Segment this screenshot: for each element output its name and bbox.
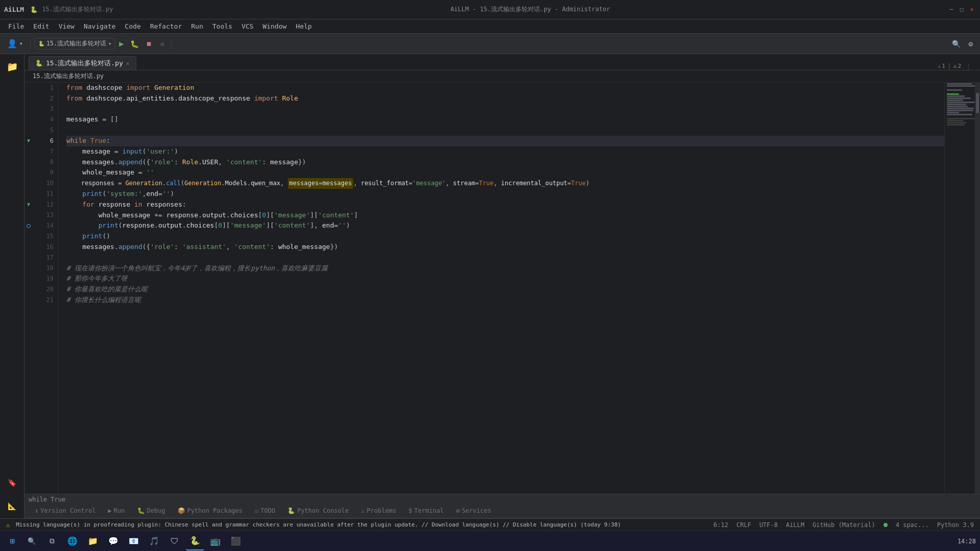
status-charset[interactable]: UTF-8: [757, 521, 780, 529]
tab-python-console[interactable]: 🐍 Python Console: [281, 505, 355, 517]
reload-button[interactable]: ↺: [157, 39, 167, 49]
run-config-selector[interactable]: 🐍 15.流式输出多轮对话 ▾: [35, 38, 115, 49]
menu-run[interactable]: Run: [187, 21, 207, 31]
line-num-11: 11: [37, 189, 54, 199]
language-text: Python 3.9: [937, 521, 974, 529]
gutter-9: [24, 167, 33, 178]
code-line-10: responses = Generation.call(Generation.M…: [66, 178, 944, 189]
status-line-ending[interactable]: CRLF: [734, 521, 753, 529]
line-ending-text: CRLF: [737, 521, 751, 529]
more-options-button[interactable]: ⋮: [965, 62, 972, 70]
status-vcs[interactable]: GitHub (Material): [811, 521, 877, 529]
title-bar: AiLLM 🐍 15.流式输出多轮对话.py AiLLM - 15.流式输出多轮…: [0, 0, 980, 19]
line-num-1: 1: [37, 83, 54, 93]
menu-tools[interactable]: Tools: [208, 21, 236, 31]
status-language[interactable]: Python 3.9: [935, 521, 976, 529]
status-warning-indicator[interactable]: ⚠: [4, 521, 12, 529]
debug-button[interactable]: 🐛: [128, 40, 141, 48]
close-button[interactable]: ✕: [968, 6, 976, 14]
menu-code[interactable]: Code: [121, 21, 145, 31]
sidebar-structure-icon[interactable]: 📐: [2, 496, 22, 516]
vertical-scrollbar[interactable]: [975, 83, 980, 494]
tab-close-button[interactable]: ✕: [126, 60, 130, 67]
tab-todo-label: TODO: [260, 507, 275, 514]
line-num-21: 21: [37, 295, 54, 306]
code-content[interactable]: from dashscope import Generation from da…: [58, 83, 944, 494]
taskbar-music[interactable]: 🎵: [145, 532, 163, 550]
status-bar: ⚠ Missing language(s) in proofreading pl…: [0, 518, 980, 531]
tab-python-packages-label: Python Packages: [187, 507, 242, 514]
gutter-5: [24, 125, 33, 136]
services-icon: ⚙: [456, 507, 459, 514]
taskbar-security[interactable]: 🛡: [165, 532, 184, 550]
tab-python-console-label: Python Console: [297, 507, 349, 514]
menu-file[interactable]: File: [4, 21, 28, 31]
scroll-thumb[interactable]: [976, 93, 979, 113]
tab-terminal[interactable]: $ Terminal: [402, 505, 450, 517]
tab-terminal-label: Terminal: [414, 507, 444, 514]
code-line-20: # 你最喜欢吃的菜是什么呢: [66, 284, 944, 295]
app-window: AiLLM 🐍 15.流式输出多轮对话.py AiLLM - 15.流式输出多轮…: [0, 0, 980, 551]
tab-debug[interactable]: 🐛 Debug: [131, 505, 172, 517]
gutter-6[interactable]: ▼: [24, 136, 33, 146]
title-center: AiLLM - 15.流式输出多轮对话.py - Administrator: [117, 5, 944, 14]
minimize-button[interactable]: ─: [947, 6, 955, 14]
status-indent[interactable]: 4 spac...: [894, 521, 931, 529]
taskbar-explorer[interactable]: 📁: [84, 532, 102, 550]
sidebar-project-icon[interactable]: 📁: [2, 56, 22, 77]
status-line-col[interactable]: 6:12: [712, 521, 730, 529]
sidebar-bookmarks-icon[interactable]: 🔖: [2, 472, 22, 493]
code-line-19: # 那你今年多大了呀: [66, 273, 944, 284]
taskbar-chat[interactable]: 💬: [104, 532, 122, 550]
menu-bar: File Edit View Navigate Code Refactor Ru…: [0, 19, 980, 34]
editor-tab-0[interactable]: 🐍 15.流式输出多轮对话.py ✕: [29, 56, 136, 70]
menu-window[interactable]: Window: [259, 21, 291, 31]
line-num-15: 15: [37, 231, 54, 242]
menu-navigate[interactable]: Navigate: [80, 21, 120, 31]
profile-button[interactable]: 👤 ▾: [4, 37, 26, 50]
taskbar-mail[interactable]: 📧: [125, 532, 143, 550]
search-everywhere-button[interactable]: 🔍: [949, 38, 964, 49]
tab-problems-label: Problems: [367, 507, 397, 514]
title-file-name: 15.流式输出多轮对话.py: [42, 5, 113, 14]
menu-vcs[interactable]: VCS: [237, 21, 257, 31]
breakpoint-dot[interactable]: [27, 224, 31, 228]
menu-edit[interactable]: Edit: [29, 21, 53, 31]
gutter-14[interactable]: [24, 220, 33, 231]
tab-version-control[interactable]: ↕ Version Control: [29, 505, 102, 517]
windows-start-button[interactable]: ⊞: [4, 533, 20, 549]
status-profile[interactable]: AiLLM: [784, 521, 806, 529]
taskbar-pycharm[interactable]: 🐍: [186, 532, 204, 550]
run-button[interactable]: ▶: [117, 39, 126, 48]
taskbar-terminal-app[interactable]: ⬛: [227, 532, 245, 550]
line-num-6: 6: [37, 136, 54, 146]
line-num-3: 3: [37, 104, 54, 115]
tab-problems[interactable]: ⚠ Problems: [355, 505, 402, 517]
profile-text: AiLLM: [786, 521, 804, 529]
taskbar-search[interactable]: 🔍: [22, 532, 41, 550]
gutter-12[interactable]: ▼: [24, 199, 33, 210]
line-num-12: 12: [37, 199, 54, 210]
gutter-20: [24, 284, 33, 295]
menu-help[interactable]: Help: [292, 21, 316, 31]
taskbar-task-view[interactable]: ⧉: [43, 532, 61, 550]
tab-python-packages[interactable]: 📦 Python Packages: [172, 505, 249, 517]
vcs-text: GitHub (Material): [813, 521, 875, 529]
code-editor[interactable]: ▼ ▼: [24, 83, 980, 494]
taskbar-edge[interactable]: 🌐: [63, 532, 82, 550]
menu-view[interactable]: View: [55, 21, 79, 31]
breadcrumb: 15.流式输出多轮对话.py: [24, 70, 980, 83]
tab-run[interactable]: ▶ Run: [102, 505, 131, 517]
menu-refactor[interactable]: Refactor: [146, 21, 186, 31]
scope-indicator: while True: [24, 494, 980, 504]
app-brand: AiLLM: [4, 6, 24, 13]
taskbar-media[interactable]: 📺: [206, 532, 225, 550]
stop-button[interactable]: ⏹: [143, 39, 155, 49]
maximize-button[interactable]: □: [958, 6, 966, 14]
settings-button[interactable]: ⚙: [966, 38, 976, 49]
run-config-label: 15.流式输出多轮对话: [46, 39, 107, 48]
python-packages-icon: 📦: [178, 507, 185, 514]
tab-todo[interactable]: ☑ TODO: [249, 505, 281, 517]
line-col-text: 6:12: [714, 521, 728, 529]
tab-services[interactable]: ⚙ Services: [450, 505, 497, 517]
